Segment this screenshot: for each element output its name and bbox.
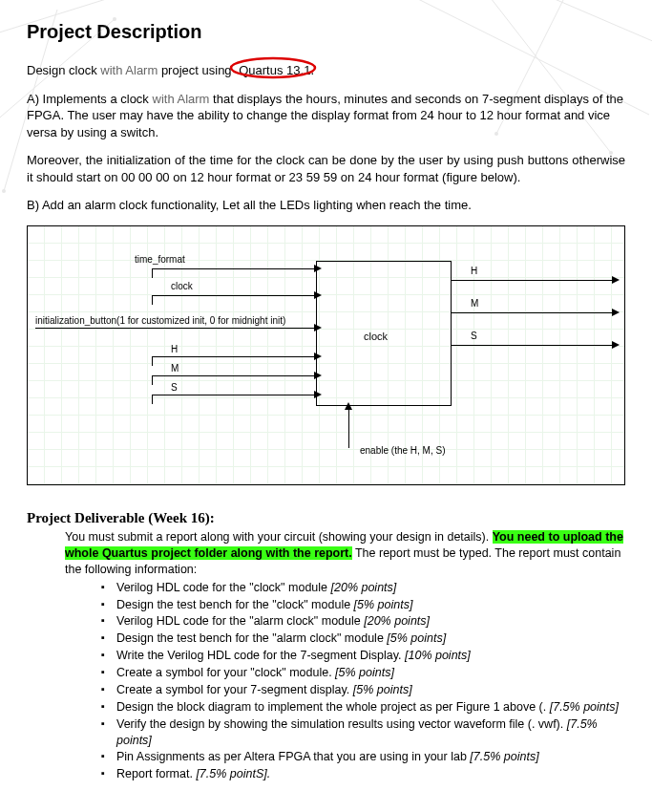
line-H-in <box>152 356 316 357</box>
section-a: A) Implements a clock with Alarm that di… <box>27 91 625 141</box>
item-text: Pin Assignments as per Altera FPGA that … <box>116 750 470 763</box>
center-label: clock <box>364 330 388 344</box>
list-item: Design the block diagram to implement th… <box>101 699 625 716</box>
list-item: Design the test bench for the "clock" mo… <box>101 597 625 613</box>
label-S-out: S <box>471 330 477 343</box>
svg-point-8 <box>2 189 6 193</box>
list-item: Create a symbol for your 7-segment displ… <box>101 682 625 698</box>
label-M-in: M <box>171 362 179 375</box>
item-points: [7.5% points] <box>550 700 619 714</box>
line-S-in <box>152 395 316 395</box>
item-text: Design the block diagram to implement th… <box>116 700 550 714</box>
item-text: Write the Verilog HDL code for the 7-seg… <box>116 649 405 662</box>
line-H-out <box>452 280 614 281</box>
list-item: Verilog HDL code for the "clock" module … <box>101 580 625 596</box>
line-M-in <box>152 375 316 376</box>
item-text: Create a symbol for your "clock" module. <box>116 666 335 679</box>
list-item: Design the test bench for the "alarm clo… <box>101 630 625 647</box>
intro-prefix: Design clock <box>27 63 97 77</box>
label-enable: enable (the H, M, S) <box>360 444 445 458</box>
item-points: [20% points] <box>331 581 397 594</box>
item-text: Report format. <box>116 767 196 780</box>
list-item: Create a symbol for your "clock" module.… <box>101 665 625 681</box>
label-init-button: initialization_button(1 for customized i… <box>35 314 285 328</box>
item-points: [5% points] <box>335 666 394 679</box>
label-H-out: H <box>471 265 477 278</box>
item-points: [7.5% points] <box>470 750 538 763</box>
item-points: [5% points] <box>354 598 413 611</box>
label-H-in: H <box>171 343 178 356</box>
list-item: Pin Assignments as per Altera FPGA that … <box>101 749 625 765</box>
list-item: Verify the design by showing the simulat… <box>101 716 625 749</box>
intro-line: Design clock with Alarm project using Qu… <box>27 62 625 79</box>
list-item: Report format. [7.5% pointS]. <box>101 766 625 782</box>
line-init-button <box>35 328 316 329</box>
section-b: B) Add an alarm clock functionality, Let… <box>27 197 625 214</box>
item-text: Design the test bench for the "alarm clo… <box>116 631 387 645</box>
page-title: Project Description <box>27 19 625 45</box>
label-S-in: S <box>171 381 178 395</box>
intro-with-alarm: with Alarm <box>97 63 161 77</box>
block-diagram: clock time_format clock initialization_b… <box>27 225 625 485</box>
item-text: Create a symbol for your 7-segment displ… <box>116 683 353 696</box>
item-points: [7.5% pointS]. <box>196 767 270 780</box>
section-a-lead: A) Implements a clock <box>27 92 149 106</box>
item-points: [20% points] <box>364 614 430 628</box>
item-text: Design the test bench for the "clock" mo… <box>116 598 354 611</box>
deliverable-heading: Project Deliverable (Week 16): <box>27 508 625 527</box>
deliverable-body: You must submit a report along with your… <box>27 529 625 782</box>
red-circle-annotation <box>227 56 323 81</box>
line-M-out <box>452 312 614 313</box>
svg-point-11 <box>231 58 315 77</box>
item-points: [10% points] <box>405 649 471 662</box>
item-text: Verilog HDL code for the "clock" module <box>116 581 331 594</box>
item-text: Verify the design by showing the simulat… <box>116 717 567 731</box>
deliv-prefix: You must submit a report along with your… <box>65 530 493 544</box>
item-points: [5% points] <box>353 683 412 696</box>
line-enable <box>348 404 349 448</box>
label-clock-in: clock <box>171 280 193 293</box>
line-clock-in <box>152 295 316 296</box>
line-S-out <box>452 345 614 346</box>
section-a-grey: with Alarm <box>149 92 213 106</box>
line-time-format <box>152 268 316 269</box>
moreover-text: Moreover, the initialization of the time… <box>27 152 625 185</box>
item-points: [5% points] <box>387 631 446 645</box>
intro-suffix: project using <box>161 63 235 77</box>
list-item: Verilog HDL code for the "alarm clock" m… <box>101 613 625 630</box>
list-item: Write the Verilog HDL code for the 7-seg… <box>101 648 625 664</box>
label-M-out: M <box>471 297 478 310</box>
item-text: Verilog HDL code for the "alarm clock" m… <box>116 614 364 628</box>
deliverable-list: Verilog HDL code for the "clock" module … <box>101 580 625 783</box>
circled-quartus: Quartus 13.1. <box>235 62 318 79</box>
label-time-format: time_format <box>135 253 185 267</box>
